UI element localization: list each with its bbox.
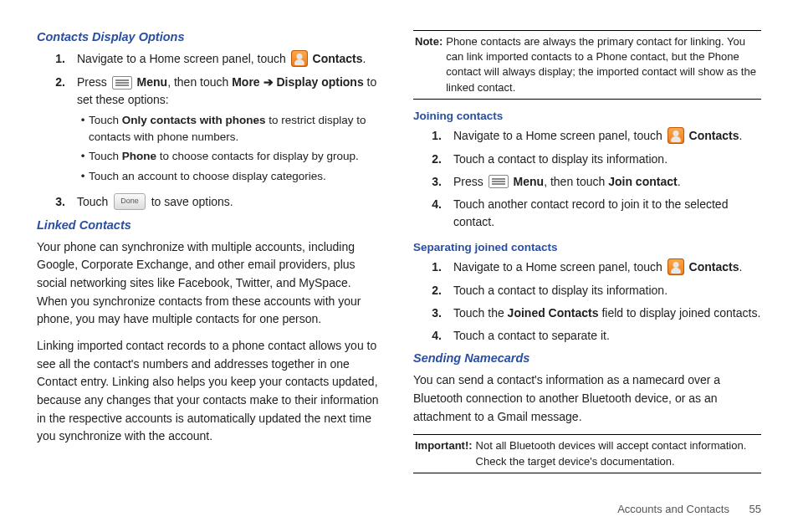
important-body: Not all Bluetooth devices will accept co…	[476, 438, 760, 468]
step-body: Touch Done to save options.	[77, 193, 385, 212]
note-box-phone-contacts: Note: Phone contacts are always the prim…	[413, 30, 761, 100]
heading-contacts-display-options: Contacts Display Options	[37, 30, 385, 43]
right-column: Note: Phone contacts are always the prim…	[413, 30, 761, 493]
steps-joining: 1.Navigate to a Home screen panel, touch…	[413, 127, 761, 231]
heading-sending-namecards: Sending Namecards	[413, 351, 761, 365]
steps-separating: 1.Navigate to a Home screen panel, touch…	[413, 258, 761, 345]
left-column: Contacts Display Options 1. Navigate to …	[37, 30, 385, 493]
bullet-1: •Touch Only contacts with phones to rest…	[77, 112, 385, 145]
step-number: 2.	[37, 74, 77, 91]
menu-icon	[489, 175, 509, 188]
bullet-2: •Touch Phone to choose contacts for disp…	[77, 148, 385, 165]
footer-page-number: 55	[749, 503, 761, 515]
step-1: 1. Navigate to a Home screen panel, touc…	[37, 50, 385, 69]
step-3: 3.Touch the Joined Contacts field to dis…	[413, 304, 761, 322]
step-1: 1.Navigate to a Home screen panel, touch…	[413, 127, 761, 146]
step-3: 3. Touch Done to save options.	[37, 193, 385, 212]
step-3: 3.Press Menu, then touch Join contact.	[413, 173, 761, 191]
page: Contacts Display Options 1. Navigate to …	[0, 0, 798, 532]
done-button-icon: Done	[114, 193, 146, 210]
menu-icon	[112, 76, 132, 90]
heading-linked-contacts: Linked Contacts	[37, 218, 385, 232]
bullet-3: •Touch an account to choose display cate…	[77, 168, 385, 185]
columns: Contacts Display Options 1. Navigate to …	[37, 30, 761, 493]
footer-section: Accounts and Contacts	[617, 503, 729, 515]
heading-separating-contacts: Separating joined contacts	[413, 241, 761, 253]
step-number: 1.	[37, 50, 77, 68]
step-number: 3.	[37, 193, 77, 211]
contacts-icon	[668, 127, 684, 144]
step-4: 4.Touch a contact to separate it.	[413, 327, 761, 345]
note-body: Phone contacts are always the primary co…	[446, 34, 760, 95]
paragraph-namecards: You can send a contact's information as …	[413, 371, 761, 426]
note-label: Note:	[415, 34, 446, 95]
step-2: 2. Press Menu, then touch More ➔ Display…	[37, 74, 385, 187]
step-2: 2.Touch a contact to display its informa…	[413, 151, 761, 168]
step-4: 4.Touch another contact record to join i…	[413, 196, 761, 231]
contacts-icon	[668, 258, 684, 275]
step-2: 2.Touch a contact to display its informa…	[413, 282, 761, 299]
important-box-bluetooth: Important!: Not all Bluetooth devices wi…	[413, 434, 761, 473]
step-1: 1.Navigate to a Home screen panel, touch…	[413, 258, 761, 277]
contacts-icon	[291, 50, 308, 67]
paragraph-linked-1: Your phone can synchronize with multiple…	[37, 238, 385, 329]
step-body: Navigate to a Home screen panel, touch C…	[77, 50, 385, 69]
important-label: Important!:	[415, 438, 476, 468]
steps-display-options: 1. Navigate to a Home screen panel, touc…	[37, 50, 385, 212]
bullets-display-options: •Touch Only contacts with phones to rest…	[77, 112, 385, 184]
page-footer: Accounts and Contacts 55	[37, 493, 761, 515]
heading-joining-contacts: Joining contacts	[413, 110, 761, 122]
step-body: Press Menu, then touch More ➔ Display op…	[77, 74, 385, 187]
paragraph-linked-2: Linking imported contact records to a ph…	[37, 337, 385, 446]
